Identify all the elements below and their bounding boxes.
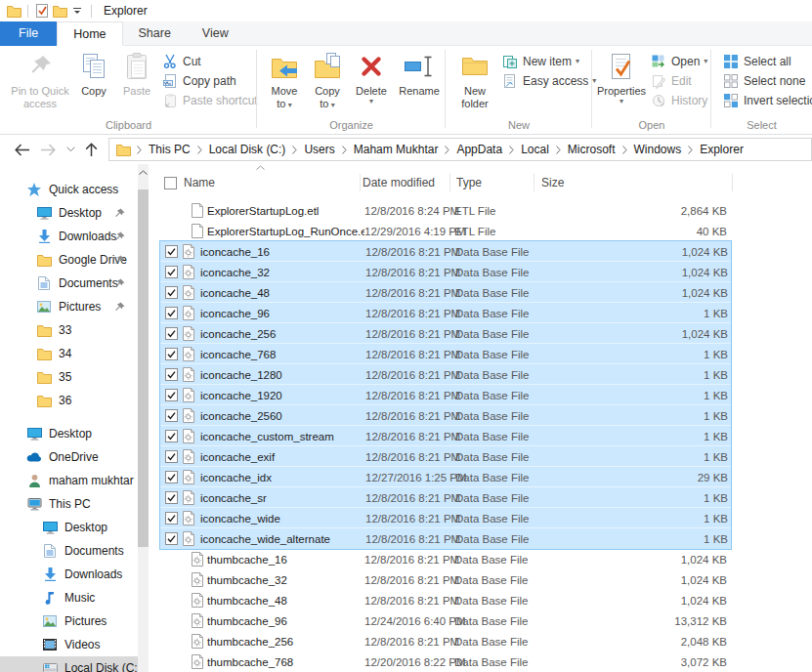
table-row-iconcache-custom-stream[interactable]: iconcache_custom_stream 12/8/2016 8:21 P…	[160, 426, 731, 446]
sidebar-item-documents[interactable]: Documents	[0, 539, 138, 563]
sidebar-item-33[interactable]: 33	[0, 318, 138, 342]
sidebar-item-36[interactable]: 36	[0, 389, 138, 412]
sidebar-item-desktop[interactable]: Desktop	[0, 201, 138, 225]
ribbon-button-properties[interactable]: Properties▾	[596, 46, 647, 118]
sidebar-item-pictures[interactable]: Pictures	[0, 295, 138, 318]
ribbon-button-open[interactable]: Open ▾	[647, 52, 711, 71]
pin-icon[interactable]	[114, 278, 125, 289]
breadcrumb-chevron-icon[interactable]	[441, 146, 453, 154]
breadcrumb-chevron-icon[interactable]	[505, 146, 518, 154]
column-header-size[interactable]: Size	[534, 174, 733, 191]
row-checkbox[interactable]	[165, 266, 178, 278]
ribbon-button-pin-to-quick-access[interactable]: Pin to Quickaccess	[8, 46, 72, 118]
sidebar-item-videos[interactable]: Videos	[0, 633, 138, 656]
ribbon-button-select-none[interactable]: Select none	[719, 71, 812, 91]
sidebar-item-local-disk-c[interactable]: Local Disk (C:)	[0, 656, 138, 672]
ribbon-button-move-to[interactable]: Moveto ▾	[263, 46, 306, 118]
forward-button[interactable]	[35, 138, 62, 161]
table-row-iconcache-wide[interactable]: iconcache_wide 12/8/2016 8:21 PM Data Ba…	[160, 508, 731, 528]
row-checkbox[interactable]	[165, 430, 178, 442]
table-row-thumbcache-768[interactable]: thumbcache_768 12/20/2016 8:22 PM Data B…	[159, 651, 730, 672]
row-checkbox[interactable]	[165, 532, 178, 545]
breadcrumb-item-windows[interactable]: Windows	[631, 143, 685, 156]
tab-home[interactable]: Home	[57, 21, 122, 46]
table-row-explorerstartuplog-runonce-etl[interactable]: ExplorerStartupLog_RunOnce.etl 12/29/201…	[159, 221, 730, 241]
tab-share[interactable]: Share	[123, 21, 187, 46]
sidebar-item-quick-access[interactable]: Quick access	[0, 178, 138, 201]
tab-file[interactable]: File	[0, 21, 57, 46]
row-checkbox[interactable]	[165, 307, 178, 319]
ribbon-button-paste[interactable]: Paste	[115, 46, 158, 118]
table-row-iconcache-48[interactable]: iconcache_48 12/8/2016 8:21 PM Data Base…	[160, 282, 731, 303]
ribbon-button-new-folder[interactable]: Newfolder	[451, 46, 498, 118]
table-row-iconcache-wide-alternate[interactable]: iconcache_wide_alternate 12/8/2016 8:21 …	[160, 528, 731, 549]
breadcrumb-item-users[interactable]: Users	[301, 143, 337, 156]
row-checkbox[interactable]	[165, 409, 178, 422]
table-row-iconcache-sr[interactable]: iconcache_sr 12/8/2016 8:21 PM Data Base…	[160, 487, 731, 508]
ribbon-button-rename[interactable]: Rename	[394, 46, 445, 118]
table-row-iconcache-2560[interactable]: iconcache_2560 12/8/2016 8:21 PM Data Ba…	[160, 405, 731, 426]
tab-view[interactable]: View	[187, 21, 244, 46]
sidebar-item-desktop[interactable]: Desktop	[0, 516, 138, 539]
table-row-thumbcache-48[interactable]: thumbcache_48 12/8/2016 8:21 PM Data Bas…	[159, 590, 730, 610]
sidebar-item-maham-mukhtar[interactable]: maham mukhtar	[0, 469, 138, 492]
qat-customize-button[interactable]	[68, 2, 86, 20]
ribbon-button-cut[interactable]: Cut	[158, 52, 262, 71]
table-row-explorerstartuplog-etl[interactable]: ExplorerStartupLog.etl 12/8/2016 8:24 PM…	[159, 200, 730, 221]
table-row-iconcache-768[interactable]: iconcache_768 12/8/2016 8:21 PM Data Bas…	[160, 344, 731, 364]
breadcrumb-chevron-icon[interactable]	[338, 146, 351, 154]
table-row-iconcache-1920[interactable]: iconcache_1920 12/8/2016 8:21 PM Data Ba…	[160, 385, 731, 405]
breadcrumb-chevron-icon[interactable]	[552, 146, 565, 154]
table-row-iconcache-256[interactable]: iconcache_256 12/8/2016 8:21 PM Data Bas…	[160, 323, 731, 344]
ribbon-button-copy-to[interactable]: Copyto ▾	[306, 46, 349, 118]
sidebar-scrollbar[interactable]	[138, 164, 149, 672]
row-checkbox[interactable]	[165, 389, 178, 401]
ribbon-button-edit[interactable]: Edit	[647, 71, 711, 91]
ribbon-button-paste-shortcut[interactable]: Paste shortcut	[158, 91, 262, 110]
pin-icon[interactable]	[114, 208, 125, 219]
row-checkbox[interactable]	[165, 245, 178, 258]
breadcrumb-item-local[interactable]: Local	[518, 143, 552, 156]
ribbon-button-easy-access[interactable]: Easy access ▾	[498, 71, 600, 91]
table-row-iconcache-1280[interactable]: iconcache_1280 12/8/2016 8:21 PM Data Ba…	[160, 364, 731, 385]
row-checkbox[interactable]	[165, 327, 178, 340]
pin-icon[interactable]	[114, 231, 125, 242]
breadcrumb-chevron-icon[interactable]	[288, 146, 301, 154]
column-header-date-modified[interactable]: Date modified	[361, 174, 450, 191]
row-checkbox[interactable]	[165, 512, 178, 525]
breadcrumb-item-explorer[interactable]: Explorer	[697, 143, 747, 156]
qat-properties-button[interactable]	[33, 2, 51, 20]
table-row-iconcache-32[interactable]: iconcache_32 12/8/2016 8:21 PM Data Base…	[160, 262, 731, 282]
table-row-thumbcache-32[interactable]: thumbcache_32 12/8/2016 8:21 PM Data Bas…	[159, 569, 730, 590]
scrollbar-thumb[interactable]	[138, 189, 149, 547]
breadcrumb-chevron-icon[interactable]	[619, 146, 631, 154]
table-row-iconcache-16[interactable]: iconcache_16 12/8/2016 8:21 PM Data Base…	[160, 241, 731, 262]
sidebar-item-this-pc[interactable]: This PC	[0, 492, 138, 516]
ribbon-button-invert-selection[interactable]: Invert selection	[719, 91, 812, 110]
row-checkbox[interactable]	[165, 368, 178, 381]
breadcrumb-chevron-icon[interactable]	[193, 146, 206, 154]
ribbon-button-copy-path[interactable]: Copy path	[158, 71, 262, 91]
pin-icon[interactable]	[114, 255, 125, 266]
recent-locations-chevron-icon[interactable]	[62, 138, 80, 161]
ribbon-button-copy[interactable]: Copy	[72, 46, 115, 118]
ribbon-button-history[interactable]: History	[647, 91, 711, 110]
column-header-name[interactable]: Name	[159, 174, 361, 191]
address-box[interactable]: This PC Local Disk (C:) Users Maham Mukh…	[108, 138, 812, 161]
row-checkbox[interactable]	[165, 450, 178, 463]
ribbon-button-new-item[interactable]: New item ▾	[498, 52, 600, 71]
breadcrumb-item-microsoft[interactable]: Microsoft	[565, 143, 619, 156]
row-checkbox[interactable]	[165, 286, 178, 299]
sidebar-item-downloads[interactable]: Downloads	[0, 563, 138, 586]
column-header-type[interactable]: Type	[450, 174, 534, 191]
table-row-thumbcache-16[interactable]: thumbcache_16 12/8/2016 8:21 PM Data Bas…	[159, 549, 730, 569]
pin-icon[interactable]	[114, 302, 125, 313]
table-row-thumbcache-256[interactable]: thumbcache_256 12/8/2016 8:21 PM Data Ba…	[159, 631, 730, 651]
breadcrumb-item-this-pc[interactable]: This PC	[146, 143, 193, 156]
sidebar-item-documents[interactable]: Documents	[0, 272, 138, 295]
row-checkbox[interactable]	[165, 491, 178, 504]
select-all-checkbox[interactable]	[164, 177, 177, 189]
breadcrumb-item-appdata[interactable]: AppData	[453, 143, 505, 156]
back-button[interactable]	[9, 138, 35, 161]
table-row-iconcache-exif[interactable]: iconcache_exif 12/8/2016 8:21 PM Data Ba…	[160, 446, 731, 467]
